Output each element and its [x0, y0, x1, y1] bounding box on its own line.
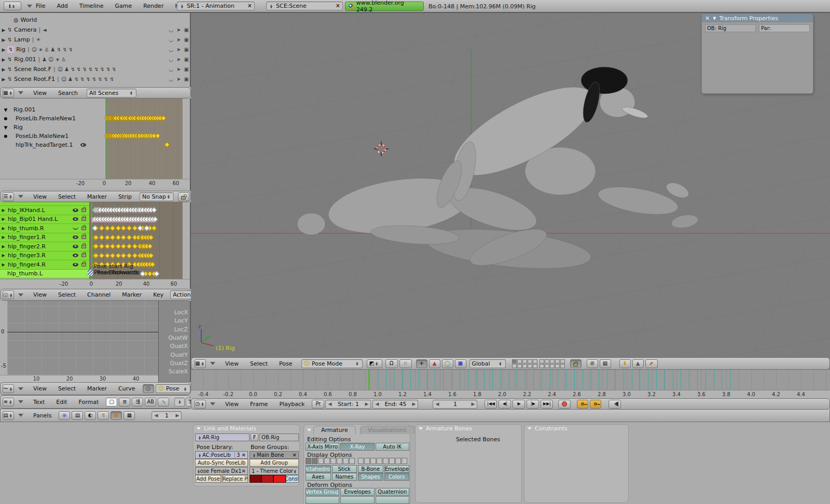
autokey-mode-button[interactable] [590, 400, 601, 409]
action-menu-select[interactable]: Select [52, 291, 81, 298]
outliner-item-rig-001[interactable]: ▶↯Rig.001|♟☺∗♙◡➤▣ [0, 54, 191, 64]
prev-key-button[interactable]: ◀| [499, 400, 511, 409]
lock-icon[interactable] [81, 254, 86, 257]
layer-button-17[interactable] [545, 364, 549, 368]
screen-selector[interactable]: ▲▼ SR:1 - Animation ✕ [177, 2, 255, 10]
outliner-item-world[interactable]: ◍World [0, 15, 191, 25]
expand-icon[interactable]: ▶ [0, 226, 7, 231]
layer-button-20[interactable] [560, 364, 565, 368]
armature-layer-button-12[interactable] [377, 458, 382, 464]
timeline-strip[interactable] [191, 370, 830, 390]
restrict-render-icon[interactable]: ▣ [184, 47, 189, 52]
text-type-button[interactable]: ≡▲▼ [3, 398, 14, 407]
layer-button-14[interactable] [555, 359, 560, 363]
ipo-channel-locx[interactable]: LocX [174, 309, 188, 316]
layer-button-5[interactable] [533, 359, 537, 363]
armature-layer-button-8[interactable] [349, 458, 355, 464]
restrict-select-icon[interactable]: ➤ [176, 76, 181, 82]
eye-icon[interactable] [80, 143, 86, 147]
editing-auto-ik-button[interactable]: Auto IK [376, 443, 409, 451]
replace-pose-button[interactable]: Replace P [222, 475, 248, 483]
tab-visualisations[interactable]: Visualisations [360, 426, 414, 434]
ipo-type-button[interactable]: 〜▲▼ [3, 384, 14, 393]
deform-quaternion-button[interactable]: Quaternion [376, 488, 409, 496]
transform-properties-header[interactable]: ✕ ▼ Transform Properties [702, 14, 813, 22]
translate-manipulator-button[interactable]: ▲ [429, 359, 440, 368]
nla-menu-marker[interactable]: Marker [81, 193, 113, 200]
pivot-align-button[interactable]: ⁙ [399, 359, 412, 368]
eye-icon[interactable] [73, 217, 78, 221]
group-color-swatch-3[interactable] [273, 475, 285, 483]
text-menu-edit[interactable]: Edit [50, 399, 73, 405]
close-panel-icon[interactable]: ✕ [705, 15, 710, 22]
next-key-button[interactable]: |▶ [527, 400, 539, 409]
page-next-icon[interactable]: ▶ [175, 413, 179, 418]
expand-icon[interactable]: ▶ [0, 217, 7, 221]
pose-name-field[interactable]: ▲▼ose Female Dx1 ✕ [195, 467, 248, 475]
const-color-button[interactable]: Const [286, 475, 299, 483]
action-channel-hlp-thumb-r[interactable]: ▶hlp_thumb.R [0, 224, 89, 233]
armature-layer-button-16[interactable] [402, 458, 407, 464]
jump-end-button[interactable]: ▶▶| [541, 400, 553, 409]
layer-button-12[interactable] [545, 359, 549, 363]
ob-name-field[interactable]: OB: Rig [705, 24, 756, 32]
ipo-grid[interactable] [7, 301, 158, 375]
drawtype-octahedron-button[interactable]: Octahedron [306, 465, 331, 473]
drawtype-stick-button[interactable]: Stick [332, 465, 357, 473]
lock-icon[interactable] [81, 245, 86, 248]
page-prev-icon[interactable]: ◀ [154, 413, 158, 418]
lock-icon[interactable] [81, 217, 86, 221]
ipo-channel-quatz[interactable]: QuatZ [170, 360, 188, 367]
manipulator-toggle-button[interactable]: ✛ [416, 359, 427, 368]
display-names-button[interactable]: Names [332, 473, 357, 481]
expand-icon[interactable]: ▶ [0, 262, 7, 267]
marker-flag-icon[interactable] [88, 270, 93, 276]
draw-type-button[interactable]: ◩▲▼ [367, 359, 382, 368]
outliner-item-scene-root-f[interactable]: ▶↯Scene Root.F|☺♟↯↯↯↯↯↯↯↯◡➤▣ [0, 64, 191, 74]
clipped-button[interactable] [376, 496, 409, 504]
drawtype-b-bone-button[interactable]: B-Bone [358, 465, 383, 473]
group-color-swatch-2[interactable] [261, 475, 273, 483]
lock-icon[interactable] [81, 263, 86, 267]
ipo-menu-select[interactable]: Select [52, 385, 81, 392]
timeline-menu-collapse-icon[interactable] [210, 402, 215, 405]
viewport-menu-pose[interactable]: Pose [273, 360, 298, 367]
3d-cursor[interactable] [374, 142, 389, 156]
constraints-header[interactable]: Constraints [524, 425, 628, 432]
screen-stepper[interactable]: ▲▼ [179, 4, 185, 8]
copy-pose-down-button[interactable]: ⬇ [619, 359, 631, 368]
delete-group-icon[interactable]: ✕ [293, 452, 297, 458]
nla-channel-rig[interactable]: ▼Rig [0, 123, 106, 132]
window-type-button[interactable]: i▲▼ [4, 2, 21, 10]
viewport-menu-select[interactable]: Select [244, 360, 273, 367]
armature-layer-button-1[interactable] [306, 458, 311, 464]
editing-x-axis-mirro-button[interactable]: X-Axis Mirro [306, 443, 339, 451]
armature-layer-button-7[interactable] [343, 458, 349, 464]
scene-lock-button[interactable] [570, 359, 582, 368]
word-wrap-button[interactable]: ⇶ [132, 398, 143, 407]
timeline-menu-playback[interactable]: Playback [273, 401, 310, 408]
eye-icon[interactable] [73, 235, 78, 239]
editing-x-ray-button[interactable]: X-Ray [340, 443, 374, 451]
scale-manipulator-button[interactable]: ■ [455, 359, 466, 368]
layer-button-1[interactable] [512, 359, 517, 363]
ipo-scrollbar[interactable]: 10203040 [0, 375, 158, 382]
action-channel-hlp-finger1-r[interactable]: ▶hlp_finger1.R [0, 233, 89, 243]
ipo-channel-quatw[interactable]: QuatW [168, 334, 188, 341]
nla-channel-rig-001[interactable]: ▼Rig.001 [0, 105, 106, 114]
expand-icon[interactable]: ▶ [0, 235, 7, 240]
armature-layer-button-9[interactable] [358, 458, 364, 464]
expand-icon[interactable]: ▶ [0, 27, 7, 33]
orientation-select[interactable]: Global ▲▼ [469, 359, 506, 368]
ipo-pin-button[interactable]: ㋡ [143, 384, 154, 393]
expand-icon[interactable]: ▶ [0, 67, 7, 72]
viewport-menu-collapse-icon[interactable] [210, 362, 215, 365]
restrict-render-icon[interactable]: ▣ [184, 27, 189, 33]
restrict-view-icon[interactable]: ◡ [169, 27, 173, 33]
play-button[interactable]: ▶ [513, 400, 525, 409]
action-current-frame-line[interactable] [91, 202, 92, 279]
parent-field[interactable]: Par: [759, 24, 810, 32]
tab-armature[interactable]: Armature [313, 426, 356, 434]
logic-context-button[interactable]: ◉ [59, 411, 70, 420]
armature-bones-header[interactable]: Armature Bones [416, 425, 521, 432]
